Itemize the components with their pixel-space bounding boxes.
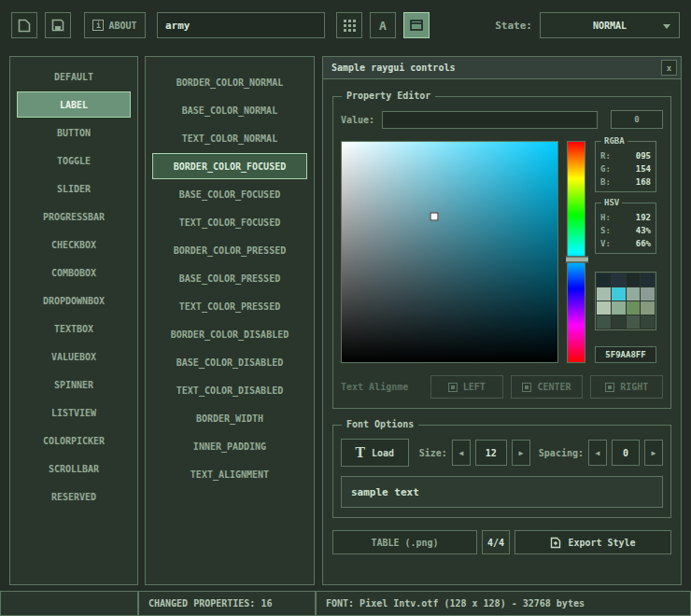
window-titlebar[interactable]: Sample raygui controls x (323, 57, 681, 79)
close-button[interactable]: x (661, 60, 677, 76)
control-item-textbox[interactable]: TEXTBOX (17, 315, 131, 342)
property-item-border-color-focused[interactable]: BORDER_COLOR_FOCUSED (152, 153, 307, 179)
grid-icon (344, 20, 356, 32)
size-label: Size: (419, 448, 447, 458)
color-info-column: RGBA R:095 G:154 B:168 HSV H:192 S:43% V… (595, 141, 656, 363)
property-item-border-color-normal[interactable]: BORDER_COLOR_NORMAL (152, 69, 307, 95)
align-center-button[interactable]: CENTER (511, 375, 584, 399)
rguistyler-app: i ABOUT A State: NORMAL DEFAULT LABEL (0, 0, 691, 616)
status-font-info: FONT: Pixel Intv.otf (128 x 128) - 32768… (316, 591, 691, 616)
swatch[interactable] (627, 287, 641, 301)
font-row: T Load Size: ◀ 12 ▶ Spacing: ◀ 0 ▶ (341, 439, 663, 467)
align-right-button[interactable]: RIGHT (590, 375, 663, 399)
page-indicator[interactable]: 4/4 (482, 530, 510, 554)
value-button[interactable]: 0 (611, 110, 663, 129)
swatch[interactable] (641, 301, 655, 315)
value-input[interactable] (382, 111, 598, 129)
property-item-base-color-focused[interactable]: BASE_COLOR_FOCUSED (152, 181, 307, 207)
chevron-down-icon (663, 24, 670, 29)
swatch[interactable] (641, 315, 655, 329)
size-increment-button[interactable]: ▶ (512, 440, 530, 466)
property-item-border-color-disabled[interactable]: BORDER_COLOR_DISABLED (152, 321, 307, 347)
property-item-text-color-pressed[interactable]: TEXT_COLOR_PRESSED (152, 293, 307, 319)
export-format-dropdown[interactable]: TABLE (.png) (332, 530, 477, 554)
font-options-label: Font Options (342, 419, 418, 429)
control-item-slider[interactable]: SLIDER (17, 175, 131, 202)
font-view-button[interactable]: A (370, 12, 396, 38)
property-item-text-alignment[interactable]: TEXT_ALIGNMENT (152, 461, 307, 487)
about-button[interactable]: i ABOUT (84, 12, 146, 38)
size-value-box[interactable]: 12 (475, 440, 507, 466)
swatch[interactable] (641, 287, 655, 301)
new-file-icon (18, 19, 31, 33)
style-name-input[interactable] (157, 12, 325, 38)
property-item-text-color-normal[interactable]: TEXT_COLOR_NORMAL (152, 125, 307, 151)
rgba-g-row: G:154 (600, 162, 651, 175)
hex-value-box[interactable]: 5F9AA8FF (595, 346, 656, 363)
control-item-scrollbar[interactable]: SCROLLBAR (17, 455, 131, 482)
new-style-button[interactable] (11, 12, 37, 38)
swatch[interactable] (612, 287, 626, 301)
control-item-checkbox[interactable]: CHECKBOX (17, 231, 131, 258)
window-icon (410, 20, 423, 31)
state-dropdown[interactable]: NORMAL (540, 12, 680, 38)
control-item-label[interactable]: LABEL (17, 91, 131, 118)
property-item-base-color-disabled[interactable]: BASE_COLOR_DISABLED (152, 349, 307, 375)
close-icon: x (667, 63, 671, 73)
hue-bar[interactable] (567, 141, 585, 363)
size-decrement-button[interactable]: ◀ (452, 440, 471, 466)
about-label: ABOUT (108, 21, 136, 31)
control-item-toggle[interactable]: TOGGLE (17, 147, 131, 174)
swatch[interactable] (641, 273, 655, 287)
spacing-value-box[interactable]: 0 (612, 440, 640, 466)
property-item-base-color-pressed[interactable]: BASE_COLOR_PRESSED (152, 265, 307, 291)
control-item-default[interactable]: DEFAULT (17, 63, 131, 90)
swatch[interactable] (627, 301, 641, 315)
align-left-icon (448, 383, 458, 392)
property-item-text-color-focused[interactable]: TEXT_COLOR_FOCUSED (152, 209, 307, 235)
color-marker[interactable] (430, 213, 439, 221)
swatch[interactable] (627, 273, 641, 287)
controls-view-button[interactable] (403, 12, 430, 38)
export-style-button[interactable]: Export Style (515, 530, 671, 554)
property-item-text-color-disabled[interactable]: TEXT_COLOR_DISABLED (152, 377, 307, 403)
property-item-border-color-pressed[interactable]: BORDER_COLOR_PRESSED (152, 237, 307, 263)
load-font-button[interactable]: T Load (341, 439, 409, 467)
hue-marker[interactable] (565, 256, 589, 262)
spacing-increment-button[interactable]: ▶ (644, 440, 663, 466)
property-item-base-color-normal[interactable]: BASE_COLOR_NORMAL (152, 97, 307, 123)
swatch[interactable] (612, 301, 626, 315)
control-item-valuebox[interactable]: VALUEBOX (17, 343, 131, 370)
font-options-group: Font Options T Load Size: ◀ 12 ▶ Spacing… (332, 425, 671, 518)
save-style-button[interactable] (45, 12, 71, 38)
control-item-spinner[interactable]: SPINNER (17, 371, 131, 398)
swatch[interactable] (597, 287, 611, 301)
hsv-group: HSV H:192 S:43% V:66% (595, 203, 656, 254)
property-item-border-width[interactable]: BORDER_WIDTH (152, 405, 307, 431)
control-item-listview[interactable]: LISTVIEW (17, 399, 131, 426)
align-right-icon (605, 383, 614, 392)
control-item-colorpicker[interactable]: COLORPICKER (17, 427, 131, 454)
state-label: State: (495, 20, 532, 32)
swatch[interactable] (597, 273, 611, 287)
export-row: TABLE (.png) 4/4 Export Style (332, 530, 671, 554)
swatch[interactable] (597, 301, 611, 315)
property-editor-group: Property Editor Value: 0 (332, 96, 671, 409)
control-item-combobox[interactable]: COMBOBOX (17, 259, 131, 286)
saturation-value-panel[interactable] (341, 141, 558, 363)
swatch[interactable] (612, 273, 626, 287)
property-item-inner-padding[interactable]: INNER_PADDING (152, 433, 307, 459)
control-item-button[interactable]: BUTTON (17, 119, 131, 146)
control-item-reserved[interactable]: RESERVED (17, 483, 131, 510)
color-picker: RGBA R:095 G:154 B:168 HSV H:192 S:43% V… (341, 141, 663, 363)
hsv-h-row: H:192 (600, 211, 651, 224)
align-left-button[interactable]: LEFT (430, 375, 503, 399)
swatch[interactable] (627, 315, 641, 329)
swatch[interactable] (612, 315, 626, 329)
sample-text-input[interactable] (341, 476, 663, 508)
control-item-progressbar[interactable]: PROGRESSBAR (17, 203, 131, 230)
grid-view-button[interactable] (336, 12, 362, 38)
swatch[interactable] (597, 315, 611, 329)
control-item-dropdownbox[interactable]: DROPDOWNBOX (17, 287, 131, 314)
spacing-decrement-button[interactable]: ◀ (588, 440, 607, 466)
